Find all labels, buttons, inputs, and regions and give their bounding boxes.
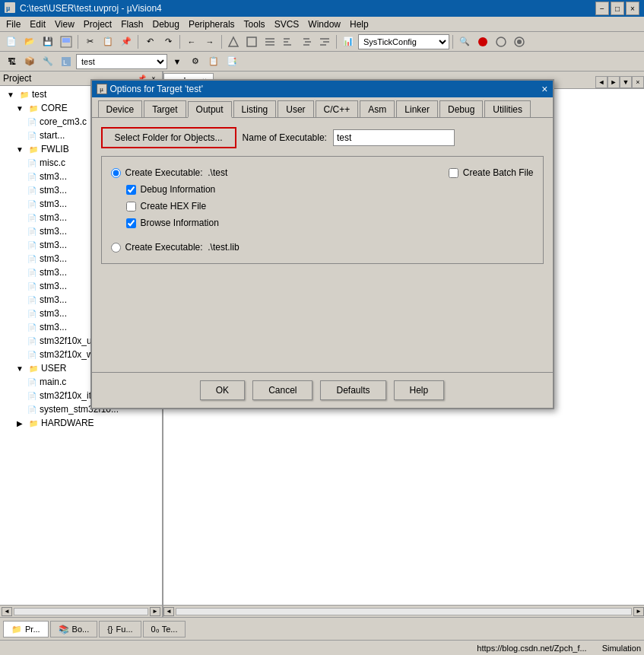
tb2-btn7[interactable]: 📋 — [205, 54, 222, 69]
tb-btn11[interactable]: 📊 — [340, 34, 357, 49]
fi11: 📄 — [26, 266, 38, 278]
exe-name-input[interactable] — [333, 129, 455, 146]
expand-icon: ▼ — [5, 88, 17, 100]
bottom-tab-books[interactable]: 📚 Bo... — [50, 621, 98, 638]
editor-hscroll-track[interactable] — [176, 608, 632, 615]
systick-combo[interactable]: SysTickConfig — [358, 34, 449, 49]
tb2-btn8[interactable]: 📑 — [224, 54, 240, 69]
svg-marker-4 — [229, 37, 238, 46]
tb-btn13[interactable] — [474, 34, 491, 49]
status-url: https://blog.csdn.net/Zpch_f... — [477, 644, 586, 653]
menu-svcs[interactable]: SVCS — [270, 17, 304, 31]
dialog-close-btn[interactable]: × — [541, 83, 547, 95]
bottom-tab-templates[interactable]: 0₀ Te... — [143, 621, 186, 638]
create-batch-area: Create Batch File — [449, 164, 534, 181]
copy-btn[interactable]: 📋 — [100, 34, 116, 49]
tab-list-btn[interactable]: ▼ — [620, 76, 632, 88]
nav-fwd-btn[interactable]: → — [201, 34, 218, 49]
options-dialog[interactable]: µ Options for Target 'test' × Device Tar… — [163, 79, 554, 409]
tb-btn7[interactable] — [262, 34, 278, 49]
ok-btn[interactable]: OK — [200, 380, 245, 400]
tb-btn9[interactable] — [298, 34, 315, 49]
save-btn[interactable]: 💾 — [40, 34, 56, 49]
menu-project[interactable]: Project — [79, 17, 116, 31]
editor-hscroll[interactable]: ◄ ► — [163, 605, 644, 617]
dialog-tab-debug[interactable]: Debug — [439, 100, 483, 117]
hscroll-track[interactable] — [14, 608, 148, 615]
tab-close-all-btn[interactable]: × — [632, 76, 644, 88]
tree-label: stm3... — [40, 267, 67, 278]
select-folder-btn[interactable]: Select Folder for Objects... — [163, 127, 236, 148]
dialog-tab-utilities[interactable]: Utilities — [484, 100, 531, 117]
cut-btn[interactable]: ✂ — [81, 34, 98, 49]
dialog-tab-user[interactable]: User — [278, 100, 313, 117]
tb-btn15[interactable] — [511, 34, 528, 49]
tb2-btn6[interactable]: ⚙ — [187, 54, 204, 69]
tb-btn12[interactable]: 🔍 — [456, 34, 473, 49]
menu-window[interactable]: Window — [303, 17, 345, 31]
tab-next-btn[interactable]: ► — [608, 76, 620, 88]
tab-prev-btn[interactable]: ◄ — [595, 76, 608, 88]
scroll-left-btn[interactable]: ◄ — [2, 607, 12, 616]
svg-rect-3 — [62, 38, 70, 43]
menu-peripherals[interactable]: Peripherals — [184, 17, 240, 31]
code-panel: main.c × ◄ ► ▼ × 1 int main() 2 { 3 wh — [163, 72, 644, 617]
editor-scroll-right[interactable]: ► — [633, 607, 644, 616]
fi19: 📄 — [26, 390, 38, 402]
dialog-tab-linker[interactable]: Linker — [396, 100, 438, 117]
fi15: 📄 — [26, 321, 38, 333]
close-btn[interactable]: × — [626, 2, 639, 15]
target-combo[interactable]: test — [76, 54, 167, 69]
bottom-tab-project[interactable]: 📁 Pr... — [3, 621, 49, 638]
dialog-tab-asm[interactable]: Asm — [360, 100, 395, 117]
title-bar-text: C:\test\USER\test.uvproj - µVision4 — [20, 3, 595, 14]
file-icon2: 📄 — [26, 129, 38, 141]
new-file-btn[interactable]: 📄 — [3, 34, 20, 49]
scroll-right-btn[interactable]: ► — [150, 607, 160, 616]
menu-edit[interactable]: Edit — [25, 17, 50, 31]
menu-file[interactable]: File — [2, 17, 25, 31]
menu-bar: File Edit View Project Flash Debug Perip… — [0, 17, 644, 32]
dialog-tab-listing[interactable]: Listing — [233, 100, 277, 117]
paste-btn[interactable]: 📌 — [118, 34, 135, 49]
sep6 — [452, 35, 453, 49]
tb-btn10[interactable] — [316, 34, 333, 49]
menu-help[interactable]: Help — [345, 17, 373, 31]
menu-flash[interactable]: Flash — [116, 17, 148, 31]
dialog-tab-output[interactable]: Output — [188, 101, 232, 118]
open-btn[interactable]: 📂 — [21, 34, 38, 49]
tb2-btn5[interactable]: ▼ — [169, 54, 186, 69]
redo-btn[interactable]: ↷ — [160, 34, 176, 49]
tree-item-hardware[interactable]: ▶ 📁 HARDWARE — [2, 416, 160, 430]
fi5: 📄 — [26, 184, 38, 196]
tb2-btn4[interactable]: L — [58, 54, 75, 69]
bottom-tab-functions[interactable]: {} Fu... — [99, 621, 141, 638]
help-btn[interactable]: Help — [394, 380, 445, 400]
tb2-btn2[interactable]: 📦 — [21, 54, 38, 69]
nav-back-btn[interactable]: ← — [183, 34, 200, 49]
dialog-row-top: Select Folder for Objects... Name of Exe… — [163, 127, 544, 148]
dialog-tab-cpp[interactable]: C/C++ — [316, 100, 359, 117]
defaults-btn[interactable]: Defaults — [320, 380, 385, 400]
menu-tools[interactable]: Tools — [240, 17, 270, 31]
undo-btn[interactable]: ↶ — [141, 34, 158, 49]
svg-rect-5 — [247, 37, 256, 46]
tb-btn6[interactable] — [243, 34, 260, 49]
create-batch-checkbox[interactable] — [449, 168, 458, 178]
bottom-tab-books-icon: 📚 — [59, 625, 69, 634]
tb-btn8[interactable] — [280, 34, 297, 49]
menu-view[interactable]: View — [50, 17, 79, 31]
save-all-btn[interactable] — [58, 34, 75, 49]
minimize-btn[interactable]: − — [595, 2, 609, 15]
file-icon1: 📄 — [26, 116, 38, 128]
tb-btn5[interactable] — [225, 34, 242, 49]
tb-btn14[interactable] — [493, 34, 509, 49]
project-hscroll[interactable]: ◄ ► — [0, 605, 162, 617]
dialog-tab-target[interactable]: Target — [163, 100, 186, 117]
editor-scroll-left[interactable]: ◄ — [163, 607, 174, 616]
tb2-btn1[interactable]: 🏗 — [3, 54, 20, 69]
menu-debug[interactable]: Debug — [148, 17, 184, 31]
cancel-btn[interactable]: Cancel — [252, 380, 312, 400]
tb2-btn3[interactable]: 🔧 — [40, 54, 56, 69]
maximize-btn[interactable]: □ — [611, 2, 624, 15]
